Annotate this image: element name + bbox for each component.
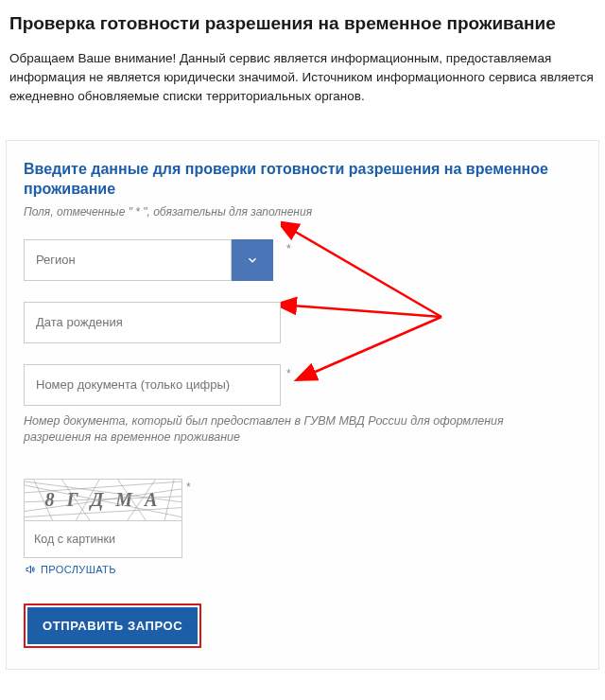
submit-button[interactable]: ОТПРАВИТЬ ЗАПРОС [27,607,198,644]
required-note-after: , обязательны для заполнения [147,205,313,219]
dob-input[interactable] [24,302,281,343]
captcha-listen-link[interactable]: ПРОСЛУШАТЬ [24,564,116,575]
docnum-row: * [24,364,581,406]
region-dropdown-button[interactable] [232,239,273,281]
form-card: Введите данные для проверки готовности р… [6,140,599,670]
intro-text: Обращаем Ваше внимание! Данный сервис яв… [0,44,605,124]
chevron-down-icon [246,254,259,267]
captcha-input[interactable] [24,520,182,558]
captcha-image: 8 Г Д М А [24,479,182,520]
captcha-area: 8 Г Д М А * [24,479,182,558]
required-star-sample: " * " [129,205,147,219]
sound-icon [24,564,37,575]
page-title: Проверка готовности разрешения на времен… [0,0,605,44]
captcha-noise [25,480,182,520]
required-note: Поля, отмеченные " * ", обязательны для … [24,205,581,219]
docnum-input[interactable] [24,364,281,406]
captcha-listen-label: ПРОСЛУШАТЬ [41,564,116,575]
dob-row: * [24,302,581,343]
required-star: * [286,242,291,255]
required-note-before: Поля, отмеченные [24,205,129,219]
docnum-help: Номер документа, который был предоставле… [24,413,553,446]
captcha-block: 8 Г Д М А * ПРОСЛУШАТЬ [24,479,581,579]
required-star: * [286,305,291,318]
required-star: * [286,367,291,380]
required-star: * [186,481,191,494]
form-heading: Введите данные для проверки готовности р… [24,160,581,200]
submit-highlight: ОТПРАВИТЬ ЗАПРОС [24,604,201,648]
region-select[interactable] [24,239,232,281]
region-row: * [24,239,581,281]
